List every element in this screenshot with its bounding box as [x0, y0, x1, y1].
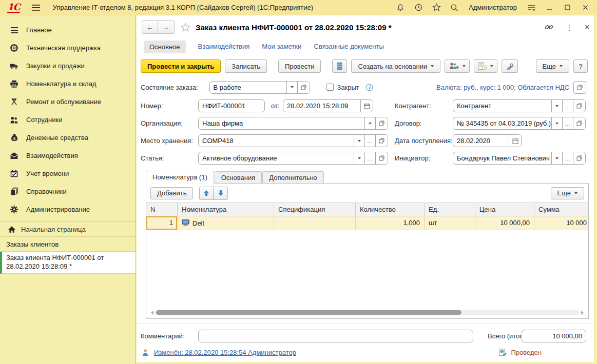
column-header-nomenclature[interactable]: Номенклатура [178, 203, 274, 216]
scroll-right-arrow[interactable] [581, 311, 584, 315]
tab-interactions[interactable]: Взаимодействия [198, 43, 250, 51]
move-down-button[interactable] [214, 187, 227, 199]
tab-my-notes[interactable]: Мои заметки [262, 43, 301, 51]
tab-nomenclature[interactable]: Номенклатура (1) [146, 171, 214, 184]
cell-unit[interactable]: шт [425, 216, 475, 230]
open-button[interactable] [573, 100, 585, 112]
dropdown-button[interactable] [551, 152, 562, 164]
cell-quantity[interactable]: 1,000 [356, 216, 425, 230]
storage-field[interactable]: COMP418 … [198, 134, 388, 147]
column-header-specification[interactable]: Спецификация [274, 203, 356, 216]
choose-button[interactable]: … [562, 152, 573, 164]
open-button[interactable] [573, 117, 585, 129]
more-button[interactable]: Еще [536, 59, 569, 73]
document-movements-button[interactable] [332, 59, 347, 73]
notifications-bell-icon[interactable] [396, 3, 405, 12]
open-button[interactable] [375, 117, 388, 129]
dropdown-button[interactable] [354, 152, 364, 164]
sidebar-item-nomenclature-warehouse[interactable]: Номенклатура и склад [0, 75, 136, 93]
organization-field[interactable]: Наша фирма [198, 117, 388, 130]
info-icon[interactable]: i [365, 84, 373, 91]
window-tab-order-document[interactable]: Заказ клиента НФИТ-000001 от 28.02.2020 … [0, 252, 136, 274]
maximize-button[interactable] [563, 3, 572, 12]
sidebar-item-time-tracking[interactable]: Учет времени [0, 165, 136, 183]
choose-button[interactable]: … [364, 152, 375, 164]
write-button[interactable]: Записать [225, 59, 267, 73]
favorites-star-icon[interactable] [432, 3, 441, 12]
sidebar-item-repair-maintenance[interactable]: Ремонт и обслуживание [0, 93, 136, 111]
sidebar-item-administration[interactable]: Администрирование [0, 200, 136, 218]
scrollbar-thumb[interactable] [156, 310, 461, 315]
column-header-quantity[interactable]: Количество [356, 203, 425, 216]
tab-basis[interactable]: Основания [215, 171, 262, 184]
choose-button[interactable]: … [364, 135, 375, 147]
close-window-button[interactable] [581, 3, 590, 12]
modified-link[interactable]: Изменён: 28.02.2020 15:28:54 Администрат… [154, 349, 296, 356]
currency-link[interactable]: Валюта: руб., курс: 1 000; Облагается НД… [436, 84, 569, 91]
create-contact-button[interactable] [445, 59, 470, 73]
main-menu-icon[interactable] [31, 3, 41, 12]
sidebar-item-tech-support[interactable]: Техническая поддержка [0, 39, 136, 57]
tab-additional[interactable]: Дополнительно [262, 171, 324, 184]
total-field[interactable]: 10 000,00 [522, 330, 586, 342]
calendar-picker-button[interactable] [509, 135, 521, 147]
dropdown-button[interactable] [354, 135, 364, 147]
sidebar-item-purchases-sales[interactable]: Закупки и продажи [0, 57, 136, 75]
sidebar-item-employees[interactable]: Сотрудники [0, 111, 136, 129]
current-user[interactable]: Администратор [469, 4, 517, 11]
cell-specification[interactable] [274, 216, 356, 230]
window-tab-orders-list[interactable]: Заказы клиентов [0, 237, 136, 252]
open-button[interactable] [375, 135, 388, 147]
post-button[interactable]: Провести [278, 59, 321, 73]
comment-input[interactable] [198, 330, 473, 342]
cell-nomenclature[interactable]: Dell [178, 216, 274, 230]
sidebar-item-references[interactable]: Справочники [0, 183, 136, 200]
more-menu-icon[interactable]: ⋮ [565, 24, 573, 31]
contract-field[interactable]: № 345435 от 04.03.2019 (руб.) … [453, 117, 586, 130]
cell-n[interactable]: 1 [146, 216, 178, 230]
open-button[interactable] [297, 82, 310, 93]
choose-button[interactable]: … [562, 100, 573, 112]
choose-button[interactable]: … [562, 117, 573, 129]
counterparty-field[interactable]: Контрагент … [453, 99, 586, 112]
history-icon[interactable] [414, 3, 423, 12]
sidebar-item-money[interactable]: $ Денежные средства [0, 129, 136, 147]
currency-open-button[interactable] [573, 81, 586, 94]
column-header-sum[interactable]: Сумма [534, 203, 588, 216]
closed-checkbox[interactable] [326, 84, 334, 91]
move-up-button[interactable] [200, 187, 214, 199]
tab-related-documents[interactable]: Связанные документы [314, 43, 384, 51]
sidebar-item-home[interactable]: Начальная страница [0, 222, 136, 237]
create-based-on-button[interactable]: Создать на основании [351, 59, 440, 73]
dropdown-button[interactable] [551, 117, 562, 129]
search-icon[interactable] [450, 3, 459, 12]
open-button[interactable] [375, 152, 388, 164]
column-header-n[interactable]: N [146, 203, 178, 216]
sidebar-item-main[interactable]: Главное [0, 21, 136, 39]
open-button[interactable] [573, 152, 585, 164]
initiator-field[interactable]: Бондарчук Павел Степанович … [453, 152, 586, 165]
close-form-button[interactable]: × [584, 23, 590, 32]
sidebar-item-interactions[interactable]: Взаимодействия [0, 147, 136, 165]
favorite-star-icon[interactable] [181, 23, 190, 32]
date-field[interactable]: 28.02.2020 15:28:09 [283, 99, 373, 112]
tab-main[interactable]: Основное [144, 41, 186, 53]
cell-price[interactable]: 10 000,00 [475, 216, 534, 230]
scroll-left-arrow[interactable] [151, 311, 153, 315]
add-row-button[interactable]: Добавить [150, 187, 193, 199]
horizontal-scrollbar[interactable] [151, 309, 584, 316]
number-field[interactable]: НФИТ-000001 [198, 99, 265, 112]
column-header-unit[interactable]: Ед. [425, 203, 475, 216]
calendar-picker-button[interactable] [360, 100, 373, 112]
help-button[interactable]: ? [573, 59, 588, 73]
get-link-icon[interactable] [544, 23, 554, 32]
cell-sum[interactable]: 10 000 [534, 216, 588, 230]
dropdown-button[interactable] [551, 100, 562, 112]
table-row[interactable]: 1 Dell 1,000 шт 10 000,00 10 000 [146, 216, 588, 230]
create-task-button[interactable] [474, 59, 497, 73]
column-header-price[interactable]: Цена [475, 203, 534, 216]
forward-button[interactable]: → [158, 21, 174, 33]
scrollbar-track[interactable] [155, 310, 580, 315]
order-status-field[interactable]: В работе [209, 81, 310, 94]
post-and-close-button[interactable]: Провести и закрыть [141, 59, 221, 73]
